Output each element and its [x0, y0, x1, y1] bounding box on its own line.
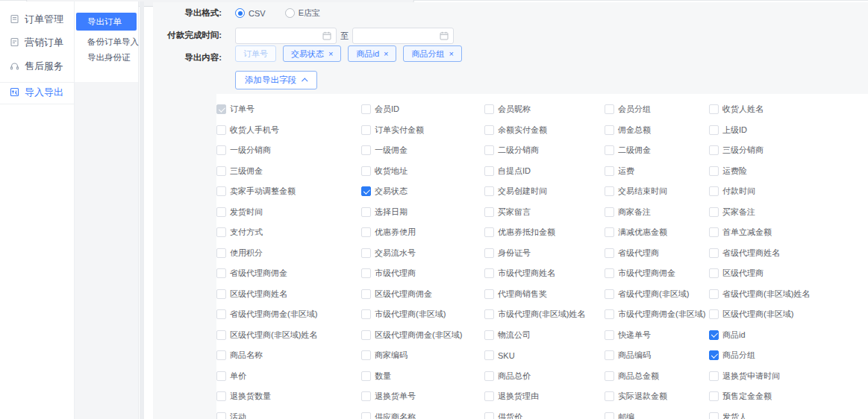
field-checkbox-cell[interactable]: 代理商销售奖 [484, 284, 605, 305]
field-checkbox-cell[interactable]: 商家编码 [361, 345, 484, 366]
format-radio-CSV[interactable]: CSV [235, 7, 266, 19]
field-checkbox-cell[interactable]: 自提点ID [484, 161, 605, 182]
export-field-tag[interactable]: 交易状态× [283, 45, 341, 62]
field-checkbox-cell[interactable]: 商品名称 [216, 345, 361, 366]
add-export-field-button[interactable]: 添加导出字段 [235, 71, 317, 89]
field-checkbox-cell[interactable]: 区级代理商佣金(非区域) [361, 325, 484, 346]
field-checkbox-cell[interactable]: 收货人手机号 [216, 120, 361, 141]
field-checkbox-cell[interactable]: 上级ID [709, 120, 868, 141]
field-checkbox-cell[interactable]: 省级代理商佣金 [216, 263, 361, 284]
field-checkbox-cell[interactable]: 付款时间 [709, 181, 868, 202]
field-checkbox-cell[interactable]: 数量 [361, 366, 484, 387]
field-checkbox-cell[interactable]: 运费 [605, 161, 709, 182]
field-checkbox-cell[interactable]: 发货人 [709, 407, 868, 419]
close-icon[interactable]: × [384, 49, 388, 58]
field-checkbox-cell[interactable]: 二级佣金 [605, 140, 709, 161]
field-checkbox-cell[interactable]: 退换货理由 [484, 386, 605, 407]
field-checkbox-cell[interactable]: 三级佣金 [216, 161, 361, 182]
field-checkbox-cell[interactable]: 商家备注 [605, 202, 709, 223]
sidebar-item-4[interactable]: 导入导出 [10, 84, 63, 100]
submenu-item-1[interactable]: 导出订单 [76, 13, 137, 31]
field-checkbox-cell[interactable]: 余额实付金额 [484, 120, 605, 141]
field-checkbox-cell[interactable]: 商品id [709, 325, 868, 346]
field-checkbox-cell[interactable]: 预售定金金额 [709, 386, 868, 407]
field-checkbox-cell[interactable]: 区级代理商姓名 [216, 284, 361, 305]
field-checkbox-cell[interactable]: 会员ID [361, 99, 484, 120]
field-checkbox-cell[interactable]: 商品总金额 [605, 366, 709, 387]
field-checkbox-cell[interactable]: 活动 [216, 407, 361, 419]
field-checkbox-cell[interactable]: 省级代理商(非区域)姓名 [709, 284, 868, 305]
field-checkbox-cell[interactable]: 支付方式 [216, 222, 361, 243]
field-checkbox-cell[interactable]: SKU [484, 345, 605, 366]
field-checkbox-cell[interactable]: 一级分销商 [216, 140, 361, 161]
field-checkbox-cell[interactable]: 区级代理商(非区域) [709, 304, 868, 325]
close-icon[interactable]: × [449, 49, 453, 58]
field-checkbox-cell[interactable]: 交易流水号 [361, 243, 484, 264]
field-checkbox-cell[interactable]: 省级代理商姓名 [709, 243, 868, 264]
field-checkbox-cell[interactable]: 单价 [216, 366, 361, 387]
field-checkbox-cell[interactable]: 区级代理商 [709, 263, 868, 284]
field-checkbox-cell[interactable]: 区级代理商佣金 [361, 284, 484, 305]
field-checkbox-cell[interactable]: 商品总价 [484, 366, 605, 387]
close-icon[interactable]: × [328, 49, 333, 58]
field-checkbox-cell[interactable]: 实际退款金额 [605, 386, 709, 407]
field-checkbox-cell[interactable]: 会员昵称 [484, 99, 605, 120]
field-checkbox-cell[interactable]: 商品分组 [709, 345, 868, 366]
sidebar-item-2[interactable]: 营销订单 [10, 34, 63, 50]
sidebar-item-3[interactable]: 售后服务 [10, 58, 63, 74]
field-checkbox-cell[interactable]: 市级代理商(非区域) [361, 304, 484, 325]
field-checkbox-cell[interactable]: 卖家手动调整金额 [216, 181, 361, 202]
field-checkbox-cell[interactable]: 三级分销商 [709, 140, 868, 161]
field-checkbox-cell[interactable]: 收货地址 [361, 161, 484, 182]
export-field-tag[interactable]: 商品分组× [403, 45, 461, 62]
field-checkbox-cell[interactable]: 市级代理商佣金 [605, 263, 709, 284]
sidebar-item-label: 订单管理 [25, 13, 63, 26]
field-checkbox-cell[interactable]: 交易状态 [361, 181, 484, 202]
field-checkbox-cell[interactable]: 商品编码 [605, 345, 709, 366]
field-checkbox-cell[interactable]: 供货价 [484, 407, 605, 419]
field-checkbox-cell[interactable]: 物流公司 [484, 325, 605, 346]
export-field-tag[interactable]: 商品id× [348, 45, 396, 62]
field-checkbox-cell[interactable]: 退换货数量 [216, 386, 361, 407]
date-to-field[interactable] [357, 31, 440, 40]
field-checkbox-cell[interactable]: 满减优惠金额 [605, 222, 709, 243]
field-checkbox-cell[interactable]: 市级代理商佣金(非区域) [605, 304, 709, 325]
field-checkbox-cell[interactable]: 会员分组 [605, 99, 709, 120]
field-checkbox-cell[interactable]: 省级代理商佣金(非区域) [216, 304, 361, 325]
field-checkbox-cell[interactable]: 选择日期 [361, 202, 484, 223]
field-checkbox-cell[interactable]: 市级代理商姓名 [484, 263, 605, 284]
field-checkbox-cell[interactable]: 佣金总额 [605, 120, 709, 141]
field-checkbox-cell[interactable]: 退换货申请时间 [709, 366, 868, 387]
field-checkbox-cell[interactable]: 区级代理商(非区域)姓名 [216, 325, 361, 346]
date-from-input[interactable] [235, 28, 337, 44]
field-checkbox-cell[interactable]: 交易结束时间 [605, 181, 709, 202]
field-checkbox-cell[interactable]: 市级代理商(非区域)姓名 [484, 304, 605, 325]
field-checkbox-cell[interactable]: 优惠券使用 [361, 222, 484, 243]
field-checkbox-cell[interactable]: 交易创建时间 [484, 181, 605, 202]
format-radio-E店宝[interactable]: E店宝 [285, 7, 320, 19]
field-checkbox-cell[interactable]: 使用积分 [216, 243, 361, 264]
field-checkbox-cell[interactable]: 退换货单号 [361, 386, 484, 407]
field-checkbox-cell[interactable]: 优惠券抵扣金额 [484, 222, 605, 243]
date-from-field[interactable] [240, 31, 322, 40]
field-checkbox-cell[interactable]: 快递单号 [605, 325, 709, 346]
field-checkbox-cell[interactable]: 二级分销商 [484, 140, 605, 161]
field-checkbox-cell[interactable]: 邮编 [605, 407, 709, 419]
field-checkbox-cell[interactable]: 订单实付金额 [361, 120, 484, 141]
field-checkbox-cell[interactable]: 省级代理商 [605, 243, 709, 264]
sidebar-item-1[interactable]: 订单管理 [10, 11, 63, 27]
date-to-input[interactable] [352, 28, 454, 44]
field-checkbox-cell[interactable]: 运费险 [709, 161, 868, 182]
field-checkbox-cell[interactable]: 首单立减金额 [709, 222, 868, 243]
submenu-item-3[interactable]: 导出身份证 [76, 48, 137, 66]
field-checkbox-cell[interactable]: 市级代理商 [361, 263, 484, 284]
field-checkbox-cell[interactable]: 供应商名称 [361, 407, 484, 419]
field-checkbox-cell[interactable]: 买家备注 [709, 202, 868, 223]
scrollbar-track[interactable] [140, 1, 144, 419]
field-checkbox-cell[interactable]: 买家留言 [484, 202, 605, 223]
field-checkbox-cell[interactable]: 一级佣金 [361, 140, 484, 161]
field-checkbox-cell[interactable]: 收货人姓名 [709, 99, 868, 120]
field-checkbox-cell[interactable]: 省级代理商(非区域) [605, 284, 709, 305]
field-checkbox-cell[interactable]: 发货时间 [216, 202, 361, 223]
field-checkbox-cell[interactable]: 身份证号 [484, 243, 605, 264]
